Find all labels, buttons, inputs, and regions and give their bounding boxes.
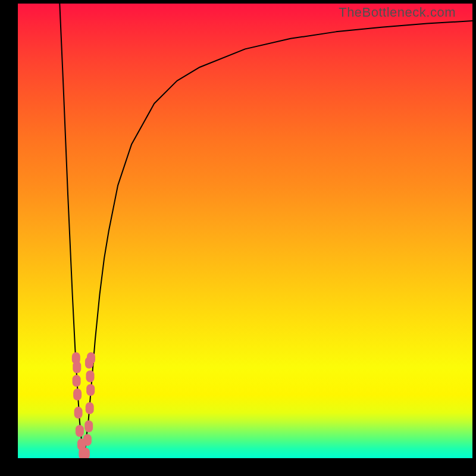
chart-frame: TheBottleneck.com xyxy=(0,0,476,476)
marker-dot xyxy=(76,425,84,437)
marker-dot xyxy=(86,371,95,383)
curve-right xyxy=(84,21,472,458)
marker-dot xyxy=(73,361,81,373)
marker-dot xyxy=(82,447,90,458)
curve-svg xyxy=(18,4,472,458)
marker-dot xyxy=(74,407,83,419)
marker-dot xyxy=(87,352,95,364)
marker-dot xyxy=(86,402,94,414)
marker-dot xyxy=(83,434,92,446)
marker-dot xyxy=(73,389,82,400)
marker-dot xyxy=(84,421,93,433)
marker-dot xyxy=(73,375,81,387)
watermark-text: TheBottleneck.com xyxy=(339,5,456,20)
plot-area xyxy=(18,4,472,458)
marker-dot xyxy=(86,384,95,396)
